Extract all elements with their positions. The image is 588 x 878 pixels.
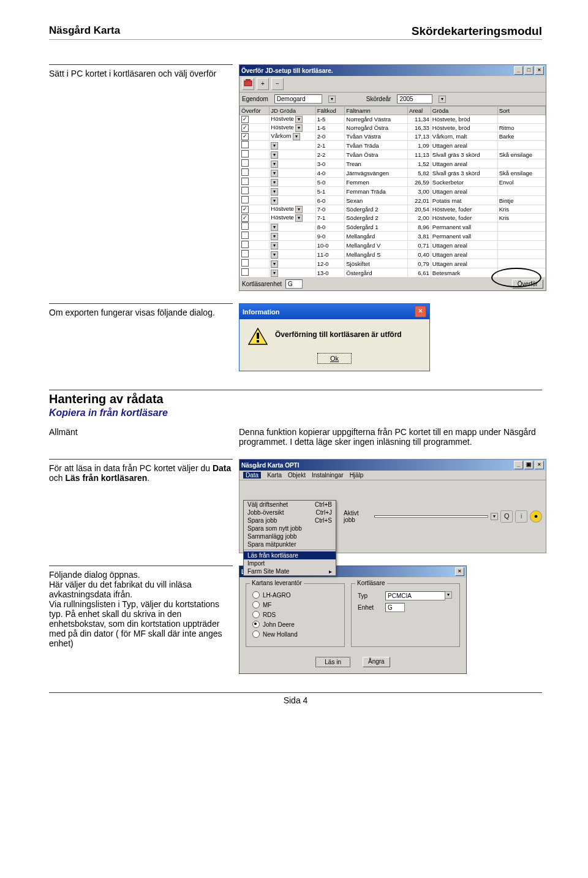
row-checkbox[interactable]: ✓ xyxy=(241,206,249,213)
table-row[interactable]: ✓Höstvete ▾7-1Södergård 22,00Höstvete, f… xyxy=(240,214,546,222)
radio-icon[interactable] xyxy=(252,611,260,618)
year-dropdown-icon[interactable]: ▾ xyxy=(439,96,446,103)
menu-item[interactable]: Spara jobbCtrl+S xyxy=(244,517,336,524)
read-button[interactable]: Läs in xyxy=(315,657,350,667)
menu-item[interactable]: Läs från kortläsare xyxy=(244,551,336,559)
row-checkbox[interactable] xyxy=(241,196,249,203)
ok-button[interactable]: Ok xyxy=(317,353,352,364)
app-min[interactable]: _ xyxy=(514,461,523,469)
vendor-option[interactable]: LH-AGRO xyxy=(252,591,338,599)
row-checkbox[interactable] xyxy=(241,241,249,248)
crop-dropdown-icon[interactable]: ▾ xyxy=(295,124,303,132)
table-row[interactable]: ▾6-0Sexan22,01Potatis matBintje xyxy=(240,196,546,205)
crop-dropdown-icon[interactable]: ▾ xyxy=(271,233,278,240)
menu-hjälp[interactable]: Hjälp xyxy=(350,472,364,479)
row-checkbox[interactable]: ✓ xyxy=(241,214,249,222)
table-row[interactable]: ▾5-1Femman Träda3,00Uttagen areal xyxy=(240,187,546,196)
close-button[interactable]: × xyxy=(535,66,544,75)
vendor-option[interactable]: MF xyxy=(252,601,338,608)
crop-dropdown-icon[interactable]: ▾ xyxy=(271,260,278,268)
search-icon[interactable]: Q xyxy=(500,510,513,523)
row-checkbox[interactable] xyxy=(241,187,249,194)
crop-dropdown-icon[interactable]: ▾ xyxy=(295,214,303,222)
row-checkbox[interactable] xyxy=(241,159,249,167)
row-checkbox[interactable] xyxy=(241,178,249,185)
table-row[interactable]: ▾2-1Tvåan Träda1,09Uttagen areal xyxy=(240,141,546,150)
cancel-button[interactable]: Ångra xyxy=(363,657,390,667)
menu-item[interactable]: Jobb-översiktCtrl+J xyxy=(244,509,336,517)
radio-icon[interactable] xyxy=(252,601,260,608)
menu-item[interactable]: Välj driftsenhetCtrl+B xyxy=(244,501,336,509)
table-row[interactable]: ▾4-0Järnvägsvängen5,82Slvall gräs 3 skör… xyxy=(240,168,546,178)
table-row[interactable]: ▾12-0Sjöskiftet0,79Uttagen areal xyxy=(240,259,546,268)
menu-item[interactable]: Farm Site Mate▸ xyxy=(244,567,336,575)
app-max[interactable]: ▣ xyxy=(524,461,533,469)
menu-instalningar[interactable]: Instalningar xyxy=(312,472,344,479)
table-row[interactable]: ✓Höstvete ▾1-5Norregård Västra11,34Höstv… xyxy=(240,115,546,124)
row-checkbox[interactable] xyxy=(241,232,249,239)
row-checkbox[interactable]: ✓ xyxy=(241,124,249,132)
menu-data[interactable]: Data xyxy=(243,472,261,479)
row-checkbox[interactable] xyxy=(241,150,249,157)
radio-icon[interactable] xyxy=(252,591,260,599)
maximize-button[interactable]: □ xyxy=(524,66,533,75)
crop-dropdown-icon[interactable]: ▾ xyxy=(271,242,278,249)
row-checkbox[interactable] xyxy=(241,222,249,230)
radio-icon[interactable] xyxy=(252,630,260,638)
data-menu-popup[interactable]: Välj driftsenhetCtrl+BJobb-översiktCtrl+… xyxy=(243,500,336,576)
crop-dropdown-icon[interactable]: ▾ xyxy=(271,161,278,168)
table-row[interactable]: ▾9-0Mellangård3,81Permanent vall xyxy=(240,232,546,241)
minimize-button[interactable]: _ xyxy=(514,66,523,75)
year-field[interactable]: 2005 xyxy=(397,94,432,104)
table-row[interactable]: ▾2-2Tvåan Östra11,13Slvall gräs 3 skördS… xyxy=(240,150,546,159)
read-close[interactable]: × xyxy=(455,567,464,576)
typ-field[interactable]: PCMCIA xyxy=(385,591,445,600)
table-row[interactable]: ✓Vårkorn ▾2-0Tvåan Västra17,13Vårkorn, m… xyxy=(240,132,546,141)
table-row[interactable]: ▾5-0Femmen26,59SockerbetorEnvol xyxy=(240,178,546,187)
app-close[interactable]: × xyxy=(535,461,544,469)
unit-field[interactable]: G xyxy=(285,279,303,289)
row-checkbox[interactable]: ✓ xyxy=(241,133,249,140)
menu-item[interactable]: Sammanlägg jobb xyxy=(244,532,336,540)
table-row[interactable]: ✓Höstvete ▾7-0Södergård 220,54Höstvete, … xyxy=(240,205,546,214)
crop-dropdown-icon[interactable]: ▾ xyxy=(271,197,278,205)
info-icon[interactable]: i xyxy=(515,510,527,523)
table-row[interactable]: ✓Höstvete ▾1-6Norregård Östra16,33Höstve… xyxy=(240,124,546,132)
crop-dropdown-icon[interactable]: ▾ xyxy=(271,170,278,177)
table-row[interactable]: ▾11-0Mellangård S0,40Uttagen areal xyxy=(240,250,546,259)
enhet-field[interactable]: G xyxy=(385,603,405,612)
menubar[interactable]: DataKartaObjektInstalningarHjälp xyxy=(239,471,546,480)
crop-dropdown-icon[interactable]: ▾ xyxy=(271,151,278,159)
vendor-option[interactable]: RDS xyxy=(252,611,338,618)
menu-item[interactable]: Spara som nytt jobb xyxy=(244,524,336,532)
radio-icon[interactable] xyxy=(252,621,260,628)
crop-dropdown-icon[interactable]: ▾ xyxy=(271,179,278,186)
row-checkbox[interactable] xyxy=(241,259,249,267)
crop-dropdown-icon[interactable]: ▾ xyxy=(295,116,303,123)
crop-dropdown-icon[interactable]: ▾ xyxy=(271,251,278,259)
dot-icon[interactable]: ● xyxy=(530,510,542,523)
table-row[interactable]: ▾8-0Södergård 18,96Permanent vall xyxy=(240,222,546,232)
plus-button[interactable]: + xyxy=(257,78,269,90)
menu-objekt[interactable]: Objekt xyxy=(288,472,306,479)
table-row[interactable]: ▾10-0Mellangård V0,71Uttagen areal xyxy=(240,241,546,250)
egendom-dropdown-icon[interactable]: ▾ xyxy=(328,96,336,103)
job-field[interactable] xyxy=(374,515,489,518)
row-checkbox[interactable]: ✓ xyxy=(241,116,249,123)
menu-karta[interactable]: Karta xyxy=(267,472,282,479)
crop-dropdown-icon[interactable]: ▾ xyxy=(293,133,300,140)
menu-item[interactable]: Import xyxy=(244,559,336,567)
row-checkbox[interactable] xyxy=(241,250,249,257)
crop-dropdown-icon[interactable]: ▾ xyxy=(271,188,278,195)
typ-dropdown-icon[interactable]: ▾ xyxy=(445,591,452,599)
minus-button[interactable]: − xyxy=(271,78,284,90)
crop-dropdown-icon[interactable]: ▾ xyxy=(271,142,278,149)
menu-item[interactable]: Spara mätpunkter xyxy=(244,540,336,548)
vendor-option[interactable]: New Holland xyxy=(252,630,338,638)
job-dropdown-icon[interactable]: ▾ xyxy=(491,513,498,520)
table-row[interactable]: ▾3-0Trean1,52Uttagen areal xyxy=(240,159,546,168)
crop-dropdown-icon[interactable]: ▾ xyxy=(271,270,278,277)
row-checkbox[interactable] xyxy=(241,168,249,176)
vendor-option[interactable]: John Deere xyxy=(252,621,338,628)
info-close-button[interactable]: × xyxy=(415,306,426,317)
